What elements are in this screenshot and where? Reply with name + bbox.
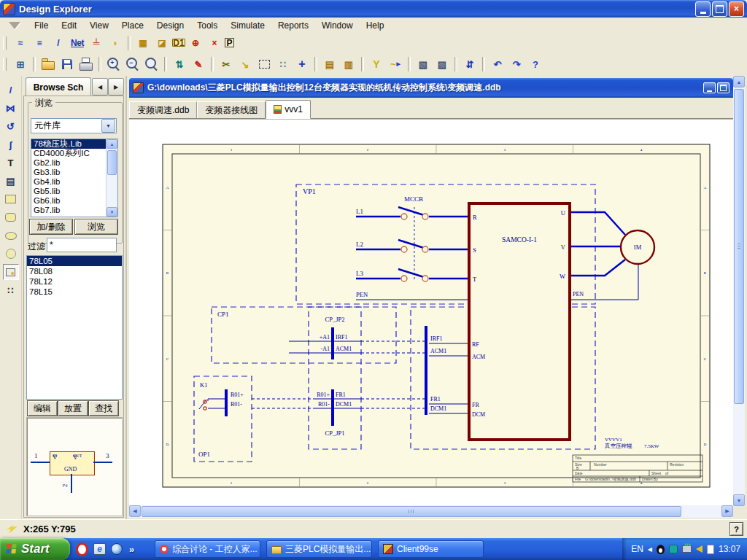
taskbar-task[interactable]: 三菱PLC模拟量输出... [266, 540, 372, 558]
fit-document-button[interactable]: ⇅ [171, 55, 188, 73]
schematic-editor-canvas[interactable]: 12 34 12 34 AB CD AB CD [129, 119, 733, 506]
sep[interactable] [33, 57, 36, 71]
pcb-rule-tool[interactable]: P [225, 38, 234, 47]
menu-item[interactable]: View [83, 19, 115, 32]
doc-minimize-button[interactable] [703, 82, 716, 93]
redo-button[interactable]: ↷ [508, 55, 525, 73]
toolbar-handle[interactable] [3, 58, 7, 71]
scroll-left-icon[interactable]: ◀ [129, 505, 141, 517]
move-dots-button[interactable]: ∷ [274, 55, 292, 73]
vertical-scrollbar[interactable]: ▲ ▼ [733, 76, 745, 506]
wire-tool[interactable]: ≈ [12, 34, 29, 52]
document-tab[interactable]: 变频调速.ddb [129, 101, 197, 118]
schematic-sheet[interactable]: 12 34 12 34 AB CD AB CD [129, 120, 733, 506]
text-frame-tool[interactable]: ▤ [3, 173, 19, 189]
sheet-symbol-tool[interactable]: ▦ [134, 34, 152, 52]
pie-tool[interactable] [3, 246, 19, 262]
net-label-tool[interactable]: Net [69, 34, 86, 52]
ground-tool[interactable]: ╧ [88, 34, 105, 52]
globe-icon[interactable] [111, 543, 123, 555]
library-item[interactable]: Gb5.lib [31, 187, 117, 196]
cutter-button[interactable]: ✂ [217, 55, 235, 73]
zoom-in-button[interactable] [105, 55, 123, 73]
sep[interactable] [482, 57, 485, 71]
sep[interactable] [361, 57, 364, 71]
taskbar-task[interactable]: Client99se [378, 540, 484, 558]
minimize-button[interactable] [695, 1, 711, 17]
library-button[interactable]: ▤ [321, 55, 338, 73]
library-item[interactable]: Gb7.lib [31, 206, 117, 215]
tab-browse-sch[interactable]: Browse Sch [26, 77, 91, 96]
open-button[interactable] [39, 55, 57, 73]
library-item[interactable]: CD4000系列IC [31, 149, 117, 158]
add-remove-library-button[interactable]: 加/删除 [29, 219, 73, 235]
context-help-button[interactable]: ? [729, 522, 743, 536]
bus-entry-tool[interactable]: / [50, 34, 67, 52]
qq-tray-icon[interactable] [657, 545, 665, 554]
zoom-area-button[interactable] [143, 55, 160, 73]
component-item[interactable]: 78L05 [27, 256, 122, 266]
scroll-up-icon[interactable]: ▲ [733, 76, 745, 88]
document-menu-arrow-icon[interactable] [9, 22, 20, 29]
toolbar-handle[interactable] [3, 36, 7, 50]
scroll-thumb[interactable] [107, 150, 117, 175]
polygon-tool[interactable]: ⋈ [3, 100, 19, 116]
sep[interactable] [98, 57, 101, 71]
annotate-button[interactable]: ⇵ [461, 55, 479, 73]
ellipse-tool[interactable] [3, 228, 19, 244]
array-tool[interactable]: ∷ [3, 282, 19, 298]
network-tray-icon[interactable] [682, 545, 692, 553]
menu-item[interactable]: Reports [271, 19, 315, 32]
undo-button[interactable]: ↶ [489, 55, 506, 73]
polyline-button[interactable]: ↘ [236, 55, 254, 73]
bus-tool[interactable]: ≡ [31, 34, 48, 52]
sep[interactable] [164, 57, 167, 71]
library-list-button[interactable]: ▥ [340, 55, 357, 73]
panel-tab-next-button[interactable]: ▶ [108, 78, 124, 96]
clock[interactable]: 13:07 [719, 544, 740, 554]
library-item[interactable]: Gb3.lib [31, 168, 117, 177]
explorer-toggle-button[interactable]: ⊞ [12, 55, 29, 73]
image-tool[interactable] [3, 264, 19, 280]
menu-item[interactable]: Design [150, 19, 190, 32]
find-component-button[interactable]: 查找 [88, 400, 119, 416]
start-button[interactable]: Start [0, 538, 70, 560]
simulate-button[interactable]: ~ [387, 55, 404, 73]
language-indicator[interactable]: EN [631, 544, 643, 554]
save-button[interactable] [58, 55, 76, 73]
zoom-out-button[interactable] [124, 55, 142, 73]
library-item[interactable]: Gb6.lib [31, 196, 117, 206]
menu-item[interactable]: Window [315, 19, 360, 32]
messenger-tray-icon[interactable] [669, 545, 678, 553]
part-tool[interactable]: ◗ [107, 34, 124, 52]
sep[interactable] [314, 57, 317, 71]
menu-item[interactable]: Help [360, 19, 391, 32]
library-scope-dropdown[interactable]: 元件库 ▼ [31, 118, 117, 133]
arc-tool[interactable]: ↺ [3, 118, 19, 134]
help-button[interactable]: ? [527, 55, 544, 73]
bezier-tool[interactable]: ʃ [3, 136, 19, 152]
menu-item[interactable]: Edit [55, 19, 83, 32]
wrench-button[interactable]: Y [368, 55, 385, 73]
horizontal-scrollbar[interactable]: ◀ ▶ [129, 505, 733, 518]
line-tool[interactable]: / [3, 82, 19, 98]
edit-component-button[interactable]: 编辑 [27, 400, 58, 416]
document-tray-icon[interactable] [707, 545, 714, 554]
sep[interactable] [211, 57, 214, 71]
ie-icon[interactable] [93, 543, 106, 555]
port-tool[interactable]: D1 [172, 39, 185, 47]
no-erc-tool[interactable]: × [206, 34, 223, 52]
place-component-button[interactable]: 放置 [58, 400, 88, 416]
menu-item[interactable]: Tools [190, 19, 224, 32]
panel-tab-prev-button[interactable]: ◀ [92, 78, 108, 96]
sep[interactable] [454, 57, 457, 71]
vertical-scroll-thumb[interactable] [734, 89, 744, 404]
close-button[interactable]: × [729, 1, 744, 17]
redraw-button[interactable]: ✎ [190, 55, 207, 73]
browse-library-button[interactable]: 浏览 [74, 219, 118, 235]
menu-item[interactable]: Place [115, 19, 150, 32]
sep[interactable] [408, 57, 411, 71]
filter-input[interactable]: * [47, 238, 117, 252]
tray-collapse-icon[interactable]: ◀ [648, 546, 652, 553]
library-item[interactable]: 78稳压块.Lib [31, 139, 117, 149]
